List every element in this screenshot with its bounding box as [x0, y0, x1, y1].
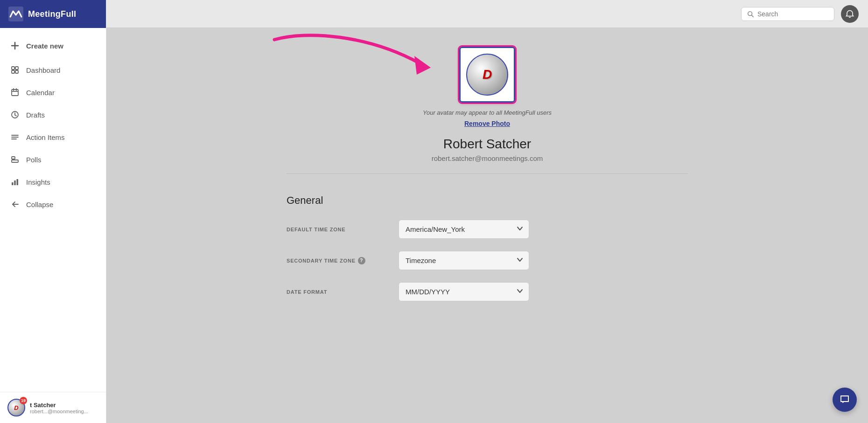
svg-rect-4	[15, 67, 18, 69]
svg-rect-21	[17, 179, 19, 185]
search-icon	[747, 10, 754, 18]
user-email: robert.satcher@moonmeetings.com	[432, 154, 543, 162]
sidebar-item-collapse[interactable]: Collapse	[0, 193, 106, 215]
sidebar-item-calendar[interactable]: Calendar	[0, 81, 106, 104]
general-section-title: General	[287, 194, 688, 207]
sidebar-item-label: Drafts	[26, 111, 45, 119]
svg-rect-3	[12, 67, 14, 69]
svg-rect-20	[14, 180, 16, 185]
form-row-date-format: DATE FORMAT MM/DD/YYYY DD/MM/YYYY YYYY-M…	[287, 282, 688, 301]
sidebar-item-label: Dashboard	[26, 66, 60, 74]
profile-section: D Your avatar may appear to all MeetingF…	[277, 28, 697, 194]
avatar[interactable]: D	[459, 47, 515, 103]
sidebar-item-label: Collapse	[26, 201, 53, 208]
search-input[interactable]	[757, 10, 828, 18]
form-row-secondary-timezone: SECONDARY TIME ZONE ? Timezone America/N…	[287, 251, 688, 270]
remove-photo-link[interactable]: Remove Photo	[464, 120, 510, 127]
avatar-letter: D	[483, 67, 492, 82]
secondary-timezone-label: SECONDARY TIME ZONE ?	[287, 257, 389, 264]
sidebar-item-label: Create new	[26, 42, 63, 50]
footer-user-email: robert...@moonmeeting...	[30, 409, 98, 414]
secondary-timezone-select[interactable]: Timezone America/New_York America/Chicag…	[399, 251, 529, 270]
default-timezone-select[interactable]: America/New_York America/Chicago America…	[399, 220, 529, 239]
tag-icon	[10, 155, 20, 164]
bell-icon	[845, 9, 854, 19]
content-area: D Your avatar may appear to all MeetingF…	[106, 28, 868, 423]
sidebar-item-insights[interactable]: Insights	[0, 171, 106, 193]
app-name: MeetingFull	[28, 9, 76, 19]
svg-rect-7	[12, 90, 18, 96]
footer-user-info: t Satcher robert...@moonmeeting...	[30, 402, 98, 414]
plus-icon	[10, 41, 20, 50]
bar-chart-icon	[10, 177, 20, 187]
sidebar-item-label: Calendar	[26, 89, 55, 97]
sidebar-item-polls[interactable]: Polls	[0, 148, 106, 171]
main-content: D Your avatar may appear to all MeetingF…	[106, 0, 868, 423]
svg-rect-6	[15, 70, 18, 73]
grid-icon	[10, 65, 20, 75]
svg-rect-18	[12, 160, 18, 162]
general-section: General DEFAULT TIME ZONE America/New_Yo…	[277, 194, 697, 327]
sidebar-item-label: Insights	[26, 178, 50, 186]
footer-user-name: t Satcher	[30, 402, 98, 409]
svg-rect-5	[12, 70, 14, 73]
sidebar-item-dashboard[interactable]: Dashboard	[0, 59, 106, 81]
svg-line-24	[752, 15, 753, 16]
sidebar-header: MeetingFull	[0, 0, 106, 28]
date-format-label: DATE FORMAT	[287, 289, 389, 295]
avatar-caption: Your avatar may appear to all MeetingFul…	[423, 109, 552, 116]
chat-button[interactable]	[833, 388, 857, 412]
sidebar-nav: Create new Dashboard	[0, 28, 106, 392]
notification-button[interactable]	[841, 5, 859, 23]
divider	[287, 173, 688, 174]
user-name: Robert Satcher	[443, 137, 531, 152]
sidebar-item-drafts[interactable]: Drafts	[0, 104, 106, 126]
svg-rect-17	[12, 157, 15, 159]
date-format-select-wrapper: MM/DD/YYYY DD/MM/YYYY YYYY-MM-DD	[399, 282, 529, 301]
calendar-icon	[10, 88, 20, 97]
arrow-left-icon	[10, 200, 20, 209]
sidebar: MeetingFull Create new Da	[0, 0, 106, 423]
logo-icon	[8, 7, 23, 21]
sidebar-item-create-new[interactable]: Create new	[0, 33, 106, 59]
svg-rect-19	[12, 182, 14, 185]
form-row-default-timezone: DEFAULT TIME ZONE America/New_York Ameri…	[287, 220, 688, 239]
default-timezone-select-wrapper: America/New_York America/Chicago America…	[399, 220, 529, 239]
svg-line-13	[15, 115, 16, 116]
sidebar-footer[interactable]: D 19 t Satcher robert...@moonmeeting...	[0, 392, 106, 423]
topbar	[106, 0, 868, 28]
sidebar-item-label: Action Items	[26, 133, 65, 141]
help-icon[interactable]: ?	[358, 257, 365, 264]
clock-icon	[10, 110, 20, 119]
chat-icon	[839, 394, 850, 405]
date-format-select[interactable]: MM/DD/YYYY DD/MM/YYYY YYYY-MM-DD	[399, 282, 529, 301]
list-icon	[10, 132, 20, 142]
default-timezone-label: DEFAULT TIME ZONE	[287, 227, 389, 232]
notification-badge: 19	[20, 397, 27, 404]
sidebar-item-label: Polls	[26, 156, 42, 164]
footer-avatar: D 19	[7, 399, 25, 416]
secondary-timezone-select-wrapper: Timezone America/New_York America/Chicag…	[399, 251, 529, 270]
avatar-ball: D	[466, 54, 508, 96]
sidebar-item-action-items[interactable]: Action Items	[0, 126, 106, 148]
search-box[interactable]	[741, 7, 834, 21]
